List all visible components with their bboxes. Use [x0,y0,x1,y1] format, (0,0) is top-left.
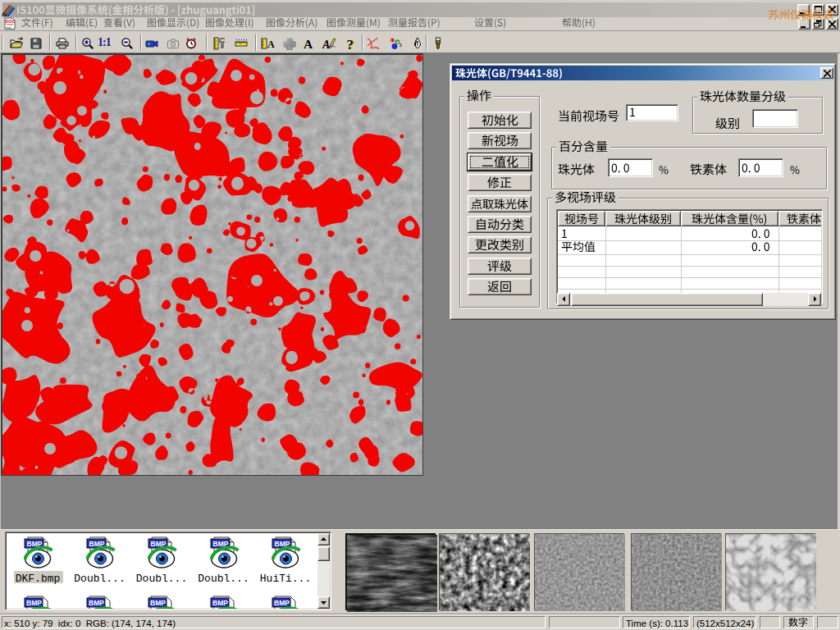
svg-text:DOC: DOC [6,19,16,24]
svg-text:A: A [304,37,313,50]
svg-text:A: A [267,39,275,50]
svg-text:?: ? [347,37,354,50]
svg-text:3: 3 [399,43,403,48]
svg-text:1: 1 [390,38,392,43]
svg-text:A: A [322,39,330,50]
